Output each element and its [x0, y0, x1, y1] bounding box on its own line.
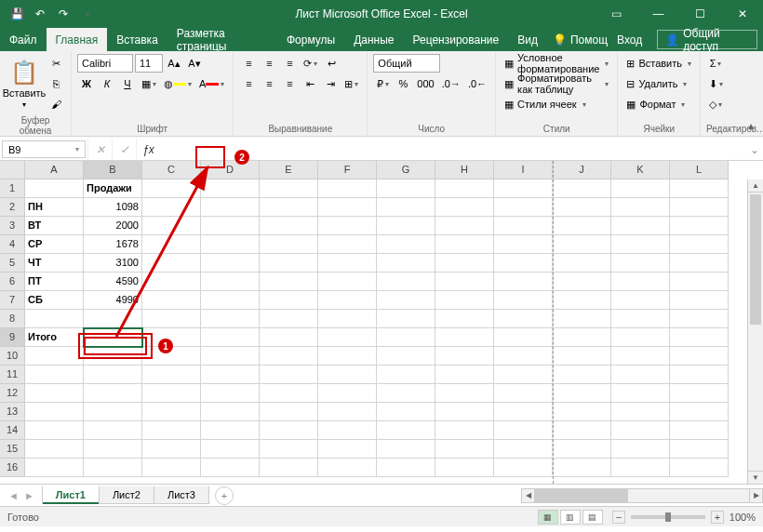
- tab-file[interactable]: Файл: [0, 28, 47, 51]
- page-break-view-button[interactable]: ▤: [582, 510, 603, 525]
- row-header-1[interactable]: 1: [0, 180, 25, 198]
- fill-button[interactable]: ⬇: [706, 74, 726, 93]
- cell-A9[interactable]: Итого: [25, 328, 84, 347]
- tab-data[interactable]: Данные: [344, 28, 403, 51]
- tab-page-layout[interactable]: Разметка страницы: [167, 28, 277, 51]
- horizontal-scrollbar[interactable]: ◀ ▶: [521, 488, 763, 503]
- cell-E1[interactable]: [260, 180, 318, 198]
- cell-J10[interactable]: [553, 347, 611, 366]
- cell-B10[interactable]: [84, 347, 142, 366]
- row-header-5[interactable]: 5: [0, 254, 25, 273]
- cell-K9[interactable]: [611, 328, 670, 347]
- row-header-7[interactable]: 7: [0, 291, 25, 310]
- cell-J4[interactable]: [553, 235, 611, 254]
- format-cells-button[interactable]: ▦Формат: [623, 95, 694, 113]
- cell-L4[interactable]: [670, 235, 729, 254]
- cell-L14[interactable]: [670, 421, 729, 440]
- cell-L8[interactable]: [670, 310, 729, 328]
- ribbon-options-icon[interactable]: ▭: [596, 0, 637, 28]
- cell-L9[interactable]: [670, 328, 729, 347]
- sheet-tab-3[interactable]: Лист3: [154, 486, 209, 504]
- cell-G9[interactable]: [377, 328, 435, 347]
- cell-A5[interactable]: ЧТ: [25, 254, 84, 273]
- sheet-tab-1[interactable]: Лист1: [42, 486, 100, 504]
- align-center-button[interactable]: ≡: [260, 74, 278, 93]
- cell-I5[interactable]: [494, 254, 553, 273]
- column-header-K[interactable]: K: [611, 161, 670, 180]
- cell-L3[interactable]: [670, 217, 729, 235]
- cell-H11[interactable]: [435, 366, 494, 384]
- cell-D8[interactable]: [201, 310, 260, 328]
- cell-J2[interactable]: [553, 198, 611, 217]
- align-bottom-button[interactable]: ≡: [280, 54, 299, 73]
- cell-J13[interactable]: [553, 403, 611, 421]
- row-header-2[interactable]: 2: [0, 198, 25, 217]
- conditional-formatting-button[interactable]: ▦Условное форматирование: [502, 54, 611, 73]
- shrink-font-button[interactable]: A▾: [185, 54, 204, 73]
- cell-G11[interactable]: [377, 366, 435, 384]
- cell-L11[interactable]: [670, 366, 729, 384]
- cell-A12[interactable]: [25, 384, 84, 403]
- font-name-input[interactable]: [77, 54, 133, 73]
- cell-G7[interactable]: [377, 291, 435, 310]
- cell-I9[interactable]: [494, 328, 553, 347]
- insert-function-button[interactable]: ƒx: [136, 139, 160, 160]
- cell-K1[interactable]: [611, 180, 670, 198]
- cell-F3[interactable]: [318, 217, 377, 235]
- cell-L10[interactable]: [670, 347, 729, 366]
- wrap-text-button[interactable]: ↩: [322, 54, 341, 73]
- percent-button[interactable]: %: [394, 74, 412, 93]
- tab-view[interactable]: Вид: [508, 28, 547, 51]
- cell-F9[interactable]: [318, 328, 377, 347]
- cell-F14[interactable]: [318, 421, 377, 440]
- cell-E10[interactable]: [260, 347, 318, 366]
- cell-D11[interactable]: [201, 366, 260, 384]
- cell-A1[interactable]: [25, 180, 84, 198]
- new-sheet-button[interactable]: +: [215, 486, 234, 505]
- cell-F16[interactable]: [318, 459, 377, 477]
- font-color-button[interactable]: A: [196, 74, 227, 93]
- cell-E6[interactable]: [260, 273, 318, 291]
- cell-I16[interactable]: [494, 459, 553, 477]
- cell-C14[interactable]: [142, 421, 201, 440]
- cell-A7[interactable]: СБ: [25, 291, 84, 310]
- cell-G5[interactable]: [377, 254, 435, 273]
- insert-cells-button[interactable]: ⊞Вставить: [623, 54, 694, 73]
- nav-next-icon[interactable]: ►: [21, 490, 37, 501]
- cell-C1[interactable]: [142, 180, 201, 198]
- cell-D4[interactable]: [201, 235, 260, 254]
- cell-L6[interactable]: [670, 273, 729, 291]
- cell-I10[interactable]: [494, 347, 553, 366]
- cell-D12[interactable]: [201, 384, 260, 403]
- cell-E2[interactable]: [260, 198, 318, 217]
- qat-customize-icon[interactable]: [75, 3, 98, 25]
- cell-D15[interactable]: [201, 440, 260, 459]
- font-size-input[interactable]: [135, 54, 163, 73]
- cell-J1[interactable]: [553, 180, 611, 198]
- vertical-scrollbar[interactable]: ▲ ▼: [747, 180, 763, 484]
- cell-A4[interactable]: СР: [25, 235, 84, 254]
- cell-F12[interactable]: [318, 384, 377, 403]
- italic-button[interactable]: К: [98, 74, 116, 93]
- zoom-out-button[interactable]: −: [612, 511, 625, 524]
- scroll-up-icon[interactable]: ▲: [748, 180, 763, 193]
- cell-D2[interactable]: [201, 198, 260, 217]
- cell-D10[interactable]: [201, 347, 260, 366]
- cell-J16[interactable]: [553, 459, 611, 477]
- cell-L5[interactable]: [670, 254, 729, 273]
- row-header-6[interactable]: 6: [0, 273, 25, 291]
- cell-J6[interactable]: [553, 273, 611, 291]
- redo-icon[interactable]: ↷: [52, 3, 74, 25]
- cell-J3[interactable]: [553, 217, 611, 235]
- cell-F15[interactable]: [318, 440, 377, 459]
- zoom-slider[interactable]: [631, 515, 705, 519]
- cell-D5[interactable]: [201, 254, 260, 273]
- scrollbar-thumb[interactable]: [535, 489, 628, 502]
- cell-E7[interactable]: [260, 291, 318, 310]
- cell-H5[interactable]: [435, 254, 494, 273]
- cell-G4[interactable]: [377, 235, 435, 254]
- cell-F8[interactable]: [318, 310, 377, 328]
- comma-button[interactable]: 000: [414, 74, 436, 93]
- cell-E9[interactable]: [260, 328, 318, 347]
- cell-K3[interactable]: [611, 217, 670, 235]
